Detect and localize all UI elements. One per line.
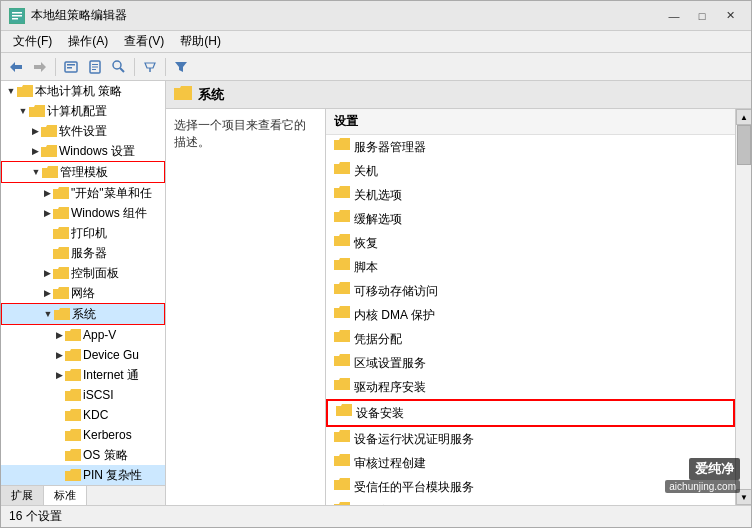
- svg-rect-7: [67, 64, 75, 66]
- content-header: 系统: [166, 81, 751, 109]
- tree-computer-config[interactable]: ▼ 计算机配置: [1, 101, 165, 121]
- list-item[interactable]: 服务器管理器: [326, 135, 735, 159]
- list-item[interactable]: 驱动程序安装: [326, 375, 735, 399]
- filter-button[interactable]: [170, 56, 192, 78]
- list-item[interactable]: 区域设置服务: [326, 351, 735, 375]
- list-item[interactable]: 关机: [326, 159, 735, 183]
- item-folder-icon: [334, 329, 350, 349]
- tree-item-label: Windows 设置: [59, 142, 135, 160]
- wincomp-expand: ▶: [41, 207, 53, 219]
- tree-pin[interactable]: ▶ PIN 复杂性: [1, 465, 165, 485]
- list-item[interactable]: 关机选项: [326, 183, 735, 207]
- item-folder-icon: [334, 353, 350, 373]
- svg-rect-2: [12, 15, 22, 17]
- tab-extended[interactable]: 扩展: [1, 486, 44, 505]
- svg-marker-5: [34, 62, 46, 72]
- right-panel: 系统 选择一个项目来查看它的描述。 设置 服务器管理器: [166, 81, 751, 505]
- item-folder-icon: [334, 161, 350, 181]
- tree-system[interactable]: ▼ 系统: [1, 303, 165, 325]
- list-item[interactable]: 缓解选项: [326, 207, 735, 231]
- content-header-title: 系统: [198, 86, 224, 104]
- tree-root-label: 本地计算机 策略: [35, 82, 122, 100]
- toolbar-btn-3[interactable]: [84, 56, 106, 78]
- tree-printer[interactable]: ▶ 打印机: [1, 223, 165, 243]
- list-item[interactable]: 受信任的平台模块服务: [326, 475, 735, 499]
- item-label: 关机选项: [354, 185, 402, 205]
- tree-item-label: "开始"菜单和任: [71, 184, 152, 202]
- item-label: 可移动存储访问: [354, 281, 438, 301]
- tree-server[interactable]: ▶ 服务器: [1, 243, 165, 263]
- menu-action[interactable]: 操作(A): [60, 31, 116, 52]
- item-label: 审核过程创建: [354, 453, 426, 473]
- ctrlpanel-icon: [53, 266, 69, 280]
- list-item[interactable]: 审核过程创建: [326, 451, 735, 475]
- item-label: 服务器管理器: [354, 137, 426, 157]
- item-folder-icon: [334, 233, 350, 253]
- title-bar: 本地组策略编辑器 — □ ✕: [1, 1, 751, 31]
- item-folder-icon: [334, 453, 350, 473]
- list-item-device-install[interactable]: 设备安装: [326, 399, 735, 427]
- window-title: 本地组策略编辑器: [31, 7, 661, 24]
- item-folder-icon: [334, 477, 350, 497]
- tree-network[interactable]: ▶ 网络: [1, 283, 165, 303]
- list-item[interactable]: 设备运行状况证明服务: [326, 427, 735, 451]
- menu-file[interactable]: 文件(F): [5, 31, 60, 52]
- list-item[interactable]: 内核 DMA 保护: [326, 303, 735, 327]
- back-button[interactable]: [5, 56, 27, 78]
- tree-kdc[interactable]: ▶ KDC: [1, 405, 165, 425]
- toolbar-btn-4[interactable]: [108, 56, 130, 78]
- tree-appv[interactable]: ▶ App-V: [1, 325, 165, 345]
- system-icon: [54, 307, 70, 321]
- content-split: 选择一个项目来查看它的描述。 设置 服务器管理器: [166, 109, 751, 505]
- list-item[interactable]: 恢复: [326, 231, 735, 255]
- tree-item-label: 打印机: [71, 224, 107, 242]
- toolbar-btn-2[interactable]: [60, 56, 82, 78]
- list-item[interactable]: 可移动存储访问: [326, 279, 735, 303]
- maximize-button[interactable]: □: [689, 6, 715, 26]
- toolbar-btn-5[interactable]: [139, 56, 161, 78]
- tree-start-menu[interactable]: ▶ "开始"菜单和任: [1, 183, 165, 203]
- svg-line-14: [120, 68, 124, 72]
- item-label: 恢复: [354, 233, 378, 253]
- list-item[interactable]: 凭据分配: [326, 327, 735, 351]
- tree-windows-components[interactable]: ▶ Windows 组件: [1, 203, 165, 223]
- window-controls: — □ ✕: [661, 6, 743, 26]
- tree-windows-settings[interactable]: ▶ Windows 设置: [1, 141, 165, 161]
- tree-os-policy[interactable]: ▶ OS 策略: [1, 445, 165, 465]
- deviceguard-icon: [65, 348, 81, 362]
- tree-software-settings[interactable]: ▶ 软件设置: [1, 121, 165, 141]
- item-folder-icon: [334, 257, 350, 277]
- menu-view[interactable]: 查看(V): [116, 31, 172, 52]
- tree-item-label: App-V: [83, 326, 116, 344]
- tree-iscsi[interactable]: ▶ iSCSI: [1, 385, 165, 405]
- toolbar-sep-1: [55, 58, 56, 76]
- ctrlpanel-expand: ▶: [41, 267, 53, 279]
- menu-help[interactable]: 帮助(H): [172, 31, 229, 52]
- tree-root[interactable]: ▼ 本地计算机 策略: [1, 81, 165, 101]
- scroll-up-arrow[interactable]: ▲: [736, 109, 751, 125]
- tab-standard[interactable]: 标准: [44, 486, 87, 505]
- kdc-icon: [65, 408, 81, 422]
- item-folder-icon: [334, 377, 350, 397]
- tree-admin-templates[interactable]: ▼ 管理模板: [1, 161, 165, 183]
- status-bar: 16 个设置: [1, 505, 751, 527]
- item-label: 凭据分配: [354, 329, 402, 349]
- close-button[interactable]: ✕: [717, 6, 743, 26]
- item-folder-icon: [334, 209, 350, 229]
- tree-kerberos[interactable]: ▶ Kerberos: [1, 425, 165, 445]
- tree-internet[interactable]: ▶ Internet 通: [1, 365, 165, 385]
- description-panel: 选择一个项目来查看它的描述。: [166, 109, 326, 505]
- scroll-thumb[interactable]: [737, 125, 751, 165]
- tree-control-panel[interactable]: ▶ 控制面板: [1, 263, 165, 283]
- tree-item-label: iSCSI: [83, 386, 114, 404]
- item-folder-icon: [336, 403, 352, 423]
- forward-button[interactable]: [29, 56, 51, 78]
- tree-device-guard[interactable]: ▶ Device Gu: [1, 345, 165, 365]
- right-scrollbar: ▲ ▼: [735, 109, 751, 505]
- minimize-button[interactable]: —: [661, 6, 687, 26]
- software-icon: [41, 124, 57, 138]
- svg-marker-16: [175, 62, 187, 72]
- tree-panel-wrapper: ▼ 本地计算机 策略 ▼ 计算机配置 ▶: [1, 81, 166, 505]
- list-item[interactable]: 脚本: [326, 255, 735, 279]
- scroll-down-arrow[interactable]: ▼: [736, 489, 751, 505]
